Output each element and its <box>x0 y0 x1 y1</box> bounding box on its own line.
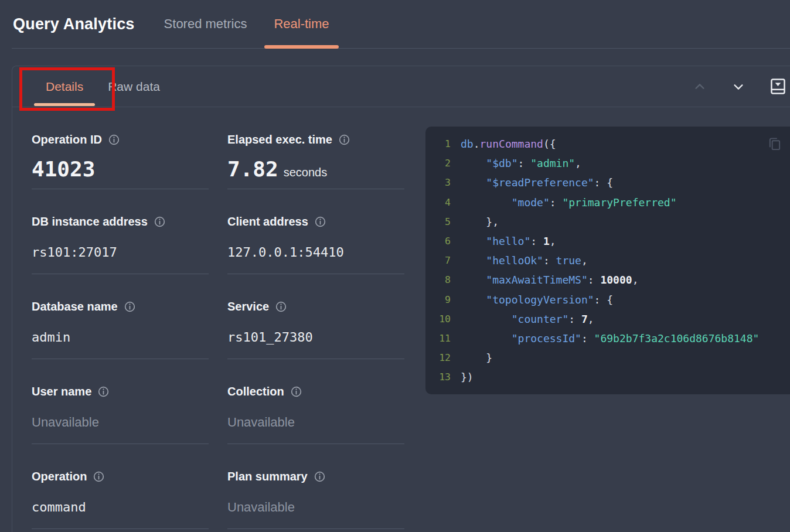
code-text: "helloOk": true, <box>461 254 588 267</box>
field-value: rs101:27017 <box>32 245 209 260</box>
code-text: db.runCommand({ <box>461 138 556 150</box>
field-client-address: Client address127.0.0.1:54410 <box>227 189 404 274</box>
panel-tab-raw-data[interactable]: Raw data <box>96 66 172 107</box>
field-label-text: Elapsed exec. time <box>227 133 332 146</box>
field-label: Elapsed exec. time <box>227 133 404 146</box>
field-value: admin <box>32 330 209 345</box>
chevron-up-icon[interactable] <box>693 80 706 93</box>
field-elapsed-exec-time: Elapsed exec. time7.82seconds <box>227 107 404 189</box>
field-label: Operation <box>32 470 209 483</box>
code-text: } <box>461 352 492 364</box>
query-code-block: 1db.runCommand({2 "$db": "admin",3 "$rea… <box>425 127 790 394</box>
code-line-8: 8 "maxAwaitTimeMS": 10000, <box>425 270 790 289</box>
field-value: 127.0.0.1:54410 <box>227 245 404 260</box>
header-tabs: Stored metricsReal-time <box>155 0 347 48</box>
field-value: Unavailable <box>227 500 404 515</box>
field-label: User name <box>32 385 209 398</box>
field-label-text: User name <box>32 385 91 398</box>
info-icon[interactable] <box>339 134 350 145</box>
field-operation-id: Operation ID41023 <box>32 107 209 189</box>
field-service: Servicers101_27380 <box>227 274 404 359</box>
details-content: Operation ID41023Elapsed exec. time7.82s… <box>12 107 790 529</box>
line-number: 10 <box>425 313 451 325</box>
line-number: 12 <box>425 352 451 363</box>
info-icon[interactable] <box>93 471 104 482</box>
field-value: Unavailable <box>32 415 209 430</box>
field-value: Unavailable <box>227 415 404 430</box>
info-icon[interactable] <box>314 471 325 482</box>
code-line-4: 4 "mode": "primaryPreferred" <box>425 193 790 212</box>
code-text: "$db": "admin", <box>461 157 581 169</box>
field-database-name: Database nameadmin <box>32 274 209 359</box>
line-number: 8 <box>425 274 451 285</box>
code-text: "mode": "primaryPreferred" <box>461 196 677 209</box>
line-number: 7 <box>425 255 451 266</box>
line-number: 6 <box>425 236 451 247</box>
field-label-text: DB instance address <box>32 215 148 229</box>
info-icon[interactable] <box>98 386 109 397</box>
line-number: 9 <box>425 294 451 305</box>
info-icon[interactable] <box>315 216 326 227</box>
field-label-text: Plan summary <box>227 470 308 483</box>
panel-tabbar: DetailsRaw data <box>12 66 790 107</box>
info-icon[interactable] <box>275 301 287 312</box>
details-fields: Operation ID41023Elapsed exec. time7.82s… <box>32 107 404 529</box>
field-label: Service <box>227 300 404 313</box>
code-line-10: 10 "counter": 7, <box>425 309 790 329</box>
line-number: 3 <box>425 177 451 188</box>
field-label-text: Operation ID <box>32 133 102 146</box>
line-number: 5 <box>425 216 451 227</box>
field-value: rs101_27380 <box>227 330 404 345</box>
field-label: Plan summary <box>227 470 404 483</box>
code-text: }) <box>461 371 474 383</box>
info-icon[interactable] <box>291 386 302 397</box>
copy-icon[interactable] <box>767 136 782 154</box>
field-label-text: Collection <box>227 385 284 398</box>
info-icon[interactable] <box>108 134 120 145</box>
realtime-panel: DetailsRaw data Operation ID41023Elapsed… <box>12 66 790 532</box>
header-tab-stored-metrics[interactable]: Stored metrics <box>155 0 257 48</box>
field-label-text: Database name <box>32 300 118 313</box>
line-number: 2 <box>425 158 451 169</box>
field-label: Collection <box>227 385 404 398</box>
field-label-text: Operation <box>32 470 87 483</box>
field-label: DB instance address <box>32 215 209 229</box>
code-text: "hello": 1, <box>461 235 556 247</box>
code-line-2: 2 "$db": "admin", <box>425 154 790 173</box>
code-text: "$readPreference": { <box>461 176 613 189</box>
code-line-13: 13}) <box>425 367 790 387</box>
field-db-instance-address: DB instance addressrs101:27017 <box>32 189 209 274</box>
code-line-11: 11 "processId": "69b2b7f3a2c106d8676b814… <box>425 329 790 348</box>
panel-tabs: DetailsRaw data <box>33 66 172 107</box>
field-label: Database name <box>32 300 209 313</box>
field-user-name: User nameUnavailable <box>32 359 209 444</box>
field-value-suffix: seconds <box>284 166 328 179</box>
header-tab-real-time[interactable]: Real-time <box>264 0 338 48</box>
panel-actions <box>693 79 785 94</box>
line-number: 13 <box>425 371 451 383</box>
code-line-12: 12 } <box>425 348 790 367</box>
panel-tab-details[interactable]: Details <box>33 66 96 107</box>
field-label: Operation ID <box>32 133 209 146</box>
info-icon[interactable] <box>124 301 135 312</box>
chevron-down-icon[interactable] <box>732 80 745 93</box>
top-header: Query Analytics Stored metricsReal-time <box>12 0 790 49</box>
field-label-text: Service <box>227 300 269 313</box>
code-text: "maxAwaitTimeMS": 10000, <box>461 274 638 286</box>
line-number: 1 <box>425 138 451 149</box>
info-icon[interactable] <box>154 216 165 227</box>
field-label: Client address <box>227 215 404 229</box>
code-line-7: 7 "helloOk": true, <box>425 251 790 270</box>
field-collection: CollectionUnavailable <box>227 359 404 444</box>
field-value: 7.82seconds <box>227 157 404 181</box>
field-label-text: Client address <box>227 215 308 229</box>
dropdown-box-icon[interactable] <box>771 79 785 94</box>
field-value: 41023 <box>32 157 209 181</box>
field-plan-summary: Plan summaryUnavailable <box>227 444 404 529</box>
code-text: }, <box>461 216 499 228</box>
line-number: 11 <box>425 333 451 344</box>
code-text: "topologyVersion": { <box>461 294 613 306</box>
line-number: 4 <box>425 197 451 208</box>
code-line-6: 6 "hello": 1, <box>425 231 790 251</box>
code-text: "counter": 7, <box>461 313 594 325</box>
